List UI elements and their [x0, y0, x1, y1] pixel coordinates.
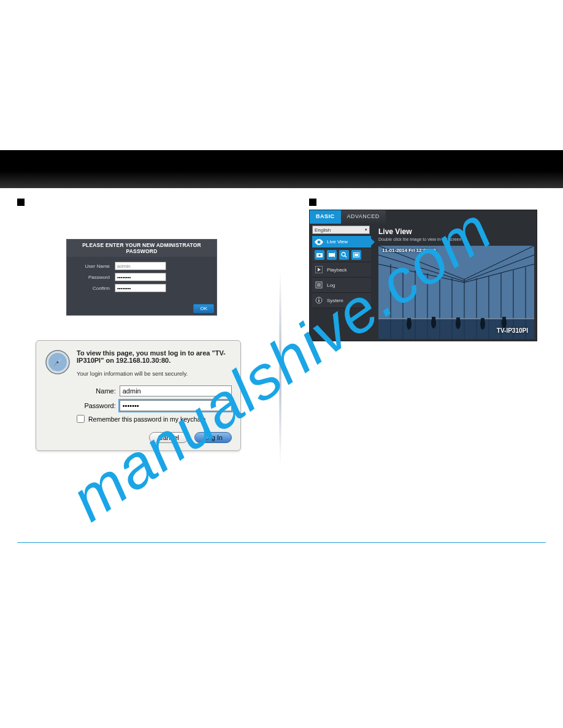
login-button[interactable]: Log In: [194, 432, 232, 443]
mac-title-line2: IP310PI" on 192.168.10.30:80.: [77, 357, 226, 364]
sidebar-item-system[interactable]: System: [312, 293, 371, 308]
building-scene: [378, 246, 534, 339]
admin-password-dialog: PLEASE ENTER YOUR NEW ADMINISTRATOR PASS…: [66, 239, 217, 316]
mac-password-input[interactable]: [120, 400, 232, 411]
svg-rect-50: [481, 318, 484, 327]
language-select[interactable]: English ▾: [312, 226, 370, 234]
live-view-screenshot: BASIC ADVANCED English ▾ Live View Doubl…: [309, 210, 537, 341]
snapshot-icon[interactable]: [315, 250, 324, 260]
live-view-title: Live View: [378, 227, 412, 236]
svg-point-6: [318, 254, 321, 257]
chevron-down-icon: ▾: [365, 227, 367, 232]
remember-checkbox[interactable]: [77, 415, 85, 423]
sidebar-label-live-view: Live View: [327, 239, 348, 245]
safari-icon: [45, 349, 71, 375]
username-label: User Name: [71, 264, 115, 269]
video-timestamp: 11-01-2014 Fri 12:00:00: [382, 248, 436, 253]
eye-icon: [315, 238, 323, 246]
sidebar-item-log[interactable]: Log: [312, 278, 371, 293]
video-model-label: TV-IP310PI: [497, 327, 528, 334]
mac-secure-text: Your login information will be sent secu…: [77, 370, 226, 377]
svg-marker-8: [333, 252, 335, 257]
mac-name-label: Name:: [77, 387, 116, 395]
sidebar-label-log: Log: [327, 282, 335, 288]
mac-name-input[interactable]: [120, 385, 232, 396]
svg-marker-14: [318, 268, 321, 271]
admin-password-title: PLEASE ENTER YOUR NEW ADMINISTRATOR PASS…: [67, 240, 216, 257]
svg-line-10: [345, 256, 347, 257]
sidebar-label-playback: Playback: [327, 267, 347, 273]
password-input[interactable]: [115, 273, 166, 281]
bottom-horizontal-rule: [17, 542, 546, 543]
fullscreen-icon[interactable]: [351, 250, 361, 260]
step-marker-right-1: [309, 199, 316, 206]
step-marker-left-2: [17, 199, 25, 206]
svg-point-20: [318, 298, 320, 300]
sidebar-item-live-view[interactable]: Live View: [312, 236, 371, 248]
ok-button[interactable]: OK: [193, 304, 214, 313]
svg-rect-46: [432, 317, 435, 325]
info-icon: [315, 296, 323, 305]
play-icon: [315, 265, 323, 274]
username-input[interactable]: [115, 262, 166, 270]
svg-rect-7: [329, 253, 333, 257]
header-band: [0, 150, 563, 188]
svg-point-9: [342, 252, 345, 256]
mac-title-line1: To view this page, you must log in to ar…: [77, 349, 226, 357]
language-value: English: [315, 227, 331, 233]
confirm-label: Confirm: [71, 286, 115, 291]
record-icon[interactable]: [327, 250, 337, 260]
password-label: Password: [71, 275, 115, 280]
cancel-button[interactable]: Cancel: [149, 432, 188, 443]
zoom-icon[interactable]: [339, 250, 349, 260]
tab-advanced[interactable]: ADVANCED: [341, 210, 386, 224]
mac-password-label: Password:: [77, 402, 116, 409]
video-preview[interactable]: 11-01-2014 Fri 12:00:00 TV-IP310PI: [378, 246, 534, 339]
svg-rect-44: [407, 318, 411, 327]
sidebar-item-playback[interactable]: Playback: [312, 262, 371, 278]
remember-label: Remember this password in my keychain: [88, 415, 205, 423]
confirm-input[interactable]: [115, 284, 166, 292]
svg-rect-52: [502, 317, 506, 325]
live-view-subtitle: Double click the image to view in full s…: [378, 237, 461, 241]
sidebar-label-system: System: [327, 298, 343, 303]
svg-rect-21: [318, 300, 319, 302]
mac-login-dialog: To view this page, you must log in to ar…: [36, 340, 241, 451]
svg-rect-12: [354, 254, 358, 256]
svg-rect-48: [456, 317, 460, 326]
log-icon: [315, 281, 323, 289]
tab-basic[interactable]: BASIC: [310, 210, 341, 224]
live-view-toolbar: [312, 248, 371, 262]
svg-point-4: [56, 361, 58, 363]
